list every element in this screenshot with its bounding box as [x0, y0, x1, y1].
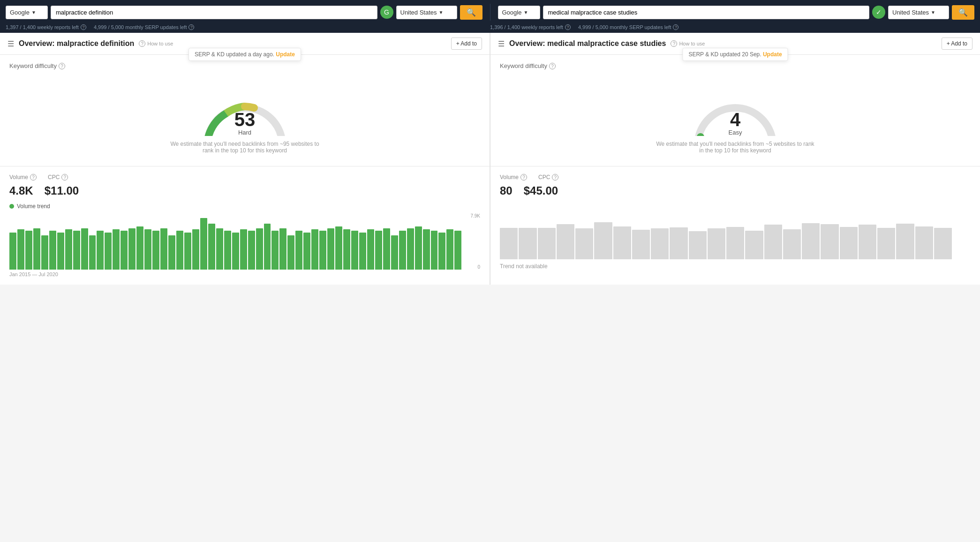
left-kd-help[interactable]: ? — [59, 63, 65, 69]
left-add-to-button[interactable]: + Add to — [451, 38, 482, 50]
bar-item — [383, 228, 390, 270]
top-divider — [490, 4, 490, 21]
right-update-link[interactable]: Update — [763, 51, 782, 58]
bar-item — [240, 229, 247, 270]
left-chart-date: Jan 2015 — Jul 2020 — [9, 271, 480, 277]
right-country-chevron: ▼ — [931, 10, 935, 15]
left-kd-section: Keyword difficulty ? — [0, 55, 490, 166]
bar-item-gray — [821, 224, 838, 259]
bar-item — [176, 231, 183, 270]
left-vol-help[interactable]: ? — [30, 174, 37, 181]
right-weekly-help[interactable]: ? — [565, 24, 571, 30]
right-gauge-label: 4 Easy — [729, 110, 742, 136]
left-hamburger-icon[interactable]: ☰ — [8, 39, 14, 48]
left-update-link[interactable]: Update — [276, 51, 295, 58]
right-engine-label: Google — [502, 9, 522, 16]
right-kd-label: Keyword difficulty — [500, 62, 547, 69]
left-search-input[interactable] — [51, 6, 377, 19]
bar-item-gray — [670, 227, 687, 259]
bar-item — [113, 229, 120, 270]
right-volume-section: Volume ? CPC ? 80 $45.00 Trend not avail… — [490, 166, 980, 277]
bar-item — [359, 233, 366, 270]
bar-item — [335, 226, 342, 270]
bar-item — [128, 228, 136, 270]
bar-item-gray — [877, 228, 895, 259]
left-how-to-use-text: How to use — [147, 41, 173, 46]
left-cpc-help[interactable]: ? — [61, 174, 68, 181]
left-panel: ☰ Overview: malpractice definition ? How… — [0, 33, 490, 285]
bar-item — [152, 231, 159, 270]
left-country-select[interactable]: United States ▼ — [396, 6, 457, 19]
right-kd-value: 4 — [729, 110, 742, 129]
left-kd-text: Hard — [234, 129, 256, 136]
left-cpc-value: $11.00 — [45, 184, 79, 197]
sub-bar: 1,397 / 1,400 weekly reports left ? 4,99… — [0, 24, 980, 33]
right-engine-select[interactable]: Google ▼ — [498, 6, 540, 19]
left-cpc-label: CPC ? — [48, 174, 68, 181]
bar-item — [311, 229, 318, 270]
bar-item — [136, 226, 143, 270]
right-cpc-help[interactable]: ? — [552, 174, 558, 181]
bar-item-gray — [594, 222, 612, 259]
bar-item-gray — [538, 228, 556, 259]
left-monthly-text: 4,999 / 5,000 monthly SERP updates left — [94, 24, 187, 30]
right-how-to-use[interactable]: ? How to use — [671, 40, 705, 47]
right-add-to-button[interactable]: + Add to — [942, 38, 972, 50]
right-search-button[interactable]: 🔍 — [952, 5, 974, 20]
left-volume-labels: Volume ? CPC ? — [9, 174, 480, 181]
right-panel-title: Overview: medical malpractice case studi… — [509, 39, 666, 48]
left-title-area: ☰ Overview: malpractice definition ? How… — [8, 39, 173, 48]
right-search-icon[interactable]: ✓ — [872, 6, 885, 19]
right-hamburger-icon[interactable]: ☰ — [498, 39, 505, 48]
bar-item — [25, 231, 32, 270]
bar-item — [192, 229, 199, 270]
right-search-input[interactable] — [543, 6, 870, 19]
left-weekly-help[interactable]: ? — [81, 24, 86, 30]
right-panel-header: ☰ Overview: medical malpractice case stu… — [490, 33, 980, 55]
bar-item-gray — [896, 224, 914, 259]
right-monthly-info: 4,999 / 5,000 monthly SERP updates left … — [578, 24, 679, 30]
left-trend-text: Volume trend — [17, 203, 50, 210]
bar-item-gray — [934, 228, 952, 259]
right-kd-section: Keyword difficulty ? 4 Easy We — [490, 55, 980, 166]
left-vol-text: Volume — [9, 174, 28, 181]
bar-item-gray — [575, 228, 593, 259]
left-monthly-help[interactable]: ? — [188, 24, 194, 30]
bar-item — [415, 226, 422, 270]
top-bar: Google ▼ G United States ▼ 🔍 Google ▼ ✓ … — [0, 0, 980, 33]
left-cpc-text: CPC — [48, 174, 60, 181]
right-kd-help[interactable]: ? — [549, 63, 556, 69]
right-gauge: 4 Easy We estimate that you'll need back… — [500, 75, 971, 158]
bar-item — [144, 229, 151, 270]
right-monthly-help[interactable]: ? — [673, 24, 678, 30]
bar-item — [49, 231, 56, 270]
left-engine-select[interactable]: Google ▼ — [6, 6, 48, 19]
right-vol-value: 80 — [500, 184, 513, 197]
bar-item — [184, 233, 191, 270]
right-update-text: SERP & KD updated 20 Sep. — [688, 51, 761, 58]
left-how-to-use[interactable]: ? How to use — [139, 40, 173, 47]
bar-item — [57, 233, 64, 270]
left-bar-chart: 7.9K 0 — [9, 213, 480, 270]
bar-item — [391, 235, 398, 270]
right-volume-labels: Volume ? CPC ? — [500, 174, 971, 181]
bar-item — [264, 224, 271, 270]
left-country-chevron: ▼ — [439, 10, 444, 15]
left-search-icon[interactable]: G — [380, 6, 393, 19]
left-kd-title: Keyword difficulty ? — [9, 62, 480, 69]
bar-item-gray — [764, 225, 782, 259]
bar-item-gray — [708, 228, 725, 259]
right-country-select[interactable]: United States ▼ — [888, 6, 949, 19]
left-search-button[interactable]: 🔍 — [460, 5, 482, 20]
left-kd-value: 53 — [234, 110, 256, 129]
bar-item — [431, 231, 438, 270]
bar-item-gray — [802, 223, 820, 259]
right-cpc-label: CPC ? — [538, 174, 558, 181]
right-weekly-text: 1,396 / 1,400 weekly reports left — [490, 24, 563, 30]
left-gauge: 53 Hard We estimate that you'll need bac… — [9, 75, 480, 158]
bar-item — [271, 231, 279, 270]
left-update-text: SERP & KD updated a day ago. — [195, 51, 274, 58]
right-monthly-text: 4,999 / 5,000 monthly SERP updates left — [578, 24, 671, 30]
right-vol-text: Volume — [500, 174, 519, 181]
right-vol-help[interactable]: ? — [520, 174, 527, 181]
